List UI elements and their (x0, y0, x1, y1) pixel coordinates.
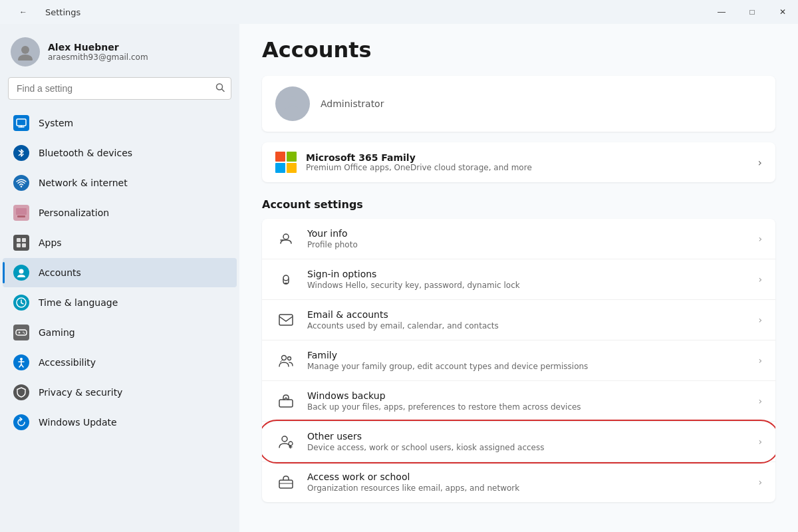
sidebar-item-label-time: Time & language (39, 297, 118, 308)
app-title: Settings (45, 7, 80, 17)
sidebar-item-network[interactable]: Network & internet (3, 168, 237, 198)
your-info-chevron: › (758, 233, 762, 244)
settings-item-backup[interactable]: Windows backup Back up your files, apps,… (262, 381, 775, 422)
backup-chevron: › (758, 396, 762, 406)
sidebar-item-label-accessibility: Accessibility (39, 357, 96, 368)
email-title: Email & accounts (307, 309, 747, 320)
settings-item-your-info[interactable]: Your info Profile photo › (262, 219, 775, 259)
svg-rect-9 (17, 215, 25, 217)
other-users-icon (275, 431, 297, 452)
sidebar-user: Alex Huebner araesmith93@gmail.com (0, 24, 239, 77)
sidebar-item-update[interactable]: Windows Update (3, 408, 237, 437)
svg-rect-33 (285, 283, 287, 284)
gaming-icon (13, 325, 29, 340)
svg-point-21 (23, 332, 24, 333)
svg-point-22 (24, 332, 25, 334)
sidebar-item-personalization[interactable]: Personalization (3, 198, 237, 227)
settings-item-other-users[interactable]: Other users Device access, work or schoo… (262, 422, 775, 462)
microsoft365-card[interactable]: Microsoft 365 Family Premium Office apps… (262, 142, 775, 182)
svg-point-38 (282, 436, 287, 442)
sidebar-nav: System Bluetooth & devices (0, 108, 239, 532)
svg-rect-42 (279, 480, 293, 488)
work-school-icon (275, 471, 297, 493)
ms-card-left: Microsoft 365 Family Premium Office apps… (275, 152, 532, 173)
sidebar-item-label-gaming: Gaming (39, 327, 75, 338)
sidebar-item-gaming[interactable]: Gaming (3, 318, 237, 347)
ms-card-info: Microsoft 365 Family Premium Office apps… (306, 152, 532, 172)
settings-item-family[interactable]: Family Manage your family group, edit ac… (262, 340, 775, 381)
sidebar-item-label-system: System (39, 118, 73, 128)
sidebar-item-accessibility[interactable]: Accessibility (3, 348, 237, 377)
backup-sub: Back up your files, apps, preferences to… (307, 402, 747, 412)
app-container: Alex Huebner araesmith93@gmail.com (0, 24, 798, 532)
svg-point-0 (21, 46, 29, 54)
family-icon (275, 350, 297, 371)
time-icon (13, 295, 29, 311)
profile-role: Administrator (321, 98, 384, 109)
sidebar-item-accounts[interactable]: Accounts (3, 258, 237, 287)
profile-card: Administrator (262, 76, 775, 132)
main-content: Accounts Administrator (239, 24, 798, 532)
family-text: Family Manage your family group, edit ac… (307, 350, 747, 371)
maximize-button[interactable]: □ (737, 0, 767, 24)
svg-rect-37 (279, 400, 293, 407)
window-controls: — □ ✕ (706, 0, 798, 24)
your-info-title: Your info (307, 228, 747, 239)
other-users-chevron: › (758, 436, 762, 447)
signin-sub: Windows Hello, security key, password, d… (307, 281, 747, 290)
settings-list: Your info Profile photo › (262, 219, 775, 502)
svg-line-27 (21, 364, 23, 367)
microsoft-logo (275, 152, 297, 173)
sidebar-item-label-accounts: Accounts (39, 267, 81, 278)
sidebar-item-time[interactable]: Time & language (3, 288, 237, 317)
sidebar-item-privacy[interactable]: Privacy & security (3, 378, 237, 407)
svg-point-29 (284, 106, 301, 114)
user-name: Alex Huebner (48, 42, 148, 53)
email-chevron: › (758, 315, 762, 325)
system-icon (13, 115, 29, 131)
svg-rect-18 (16, 330, 27, 335)
settings-item-work-school[interactable]: Access work or school Organization resou… (262, 462, 775, 502)
family-title: Family (307, 350, 747, 360)
svg-rect-13 (22, 243, 26, 247)
close-button[interactable]: ✕ (767, 0, 798, 24)
ms-chevron-icon: › (758, 156, 762, 169)
signin-text: Sign-in options Windows Hello, security … (307, 269, 747, 290)
backup-icon (275, 390, 297, 412)
sidebar: Alex Huebner araesmith93@gmail.com (0, 24, 239, 532)
settings-item-signin[interactable]: Sign-in options Windows Hello, security … (262, 259, 775, 300)
search-input[interactable] (8, 77, 231, 100)
svg-point-1 (18, 55, 33, 61)
svg-point-32 (283, 275, 289, 281)
your-info-sub: Profile photo (307, 240, 747, 249)
accessibility-icon (13, 354, 29, 370)
back-button[interactable]: ← (8, 0, 39, 24)
family-sub: Manage your family group, edit account t… (307, 362, 747, 371)
other-users-title: Other users (307, 431, 747, 442)
backup-title: Windows backup (307, 390, 747, 401)
personalization-icon (13, 205, 29, 221)
bluetooth-icon (13, 145, 29, 161)
signin-icon (275, 269, 297, 290)
signin-chevron: › (758, 274, 762, 285)
minimize-button[interactable]: — (706, 0, 737, 24)
account-settings-heading: Account settings (262, 196, 775, 213)
signin-title: Sign-in options (307, 269, 747, 279)
sidebar-item-apps[interactable]: Apps (3, 228, 237, 257)
user-info: Alex Huebner araesmith93@gmail.com (48, 42, 148, 62)
sidebar-item-label-update: Windows Update (39, 417, 117, 428)
ms-card-subtitle: Premium Office apps, OneDrive cloud stor… (306, 163, 532, 172)
svg-rect-34 (279, 315, 293, 325)
svg-line-17 (21, 303, 23, 305)
svg-point-36 (288, 357, 291, 360)
settings-item-email[interactable]: Email & accounts Accounts used by email,… (262, 300, 775, 340)
other-users-text: Other users Device access, work or schoo… (307, 431, 747, 452)
svg-point-28 (288, 96, 297, 106)
sidebar-item-bluetooth[interactable]: Bluetooth & devices (3, 138, 237, 168)
backup-text: Windows backup Back up your files, apps,… (307, 390, 747, 412)
update-icon (13, 414, 29, 430)
other-users-sub: Device access, work or school users, kio… (307, 443, 747, 452)
sidebar-item-system[interactable]: System (3, 108, 237, 138)
svg-rect-11 (22, 238, 26, 242)
email-text: Email & accounts Accounts used by email,… (307, 309, 747, 331)
